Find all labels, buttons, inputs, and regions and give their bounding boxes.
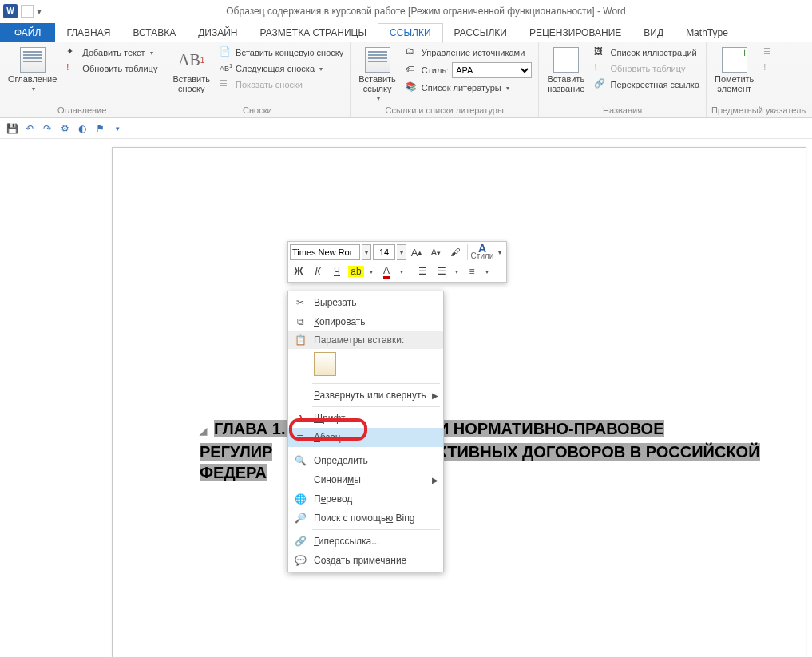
insert-endnote-button[interactable]: 📄 Вставить концевую сноску	[218, 46, 345, 60]
clipboard-icon: 📋	[293, 333, 307, 347]
ctx-cut-label: Вырезать	[314, 297, 356, 308]
font-color-button[interactable]: A	[378, 263, 395, 280]
font-color-dropdown[interactable]: ▾	[397, 263, 406, 279]
ctx-separator	[312, 449, 440, 449]
bibliography-button[interactable]: 📚 Список литературы ▾	[404, 81, 533, 95]
ctx-translate[interactable]: 🌐 Перевод	[288, 489, 443, 509]
manage-sources-button[interactable]: 🗂 Управление источниками	[404, 46, 533, 60]
add-text-button[interactable]: ✦ Добавить текст ▾	[65, 46, 159, 60]
heading-line2-b: КТИВНЫХ ДОГОВОРОВ В РОССИЙСКОЙ	[437, 443, 759, 461]
bullets-dropdown[interactable]: ▾	[452, 263, 461, 279]
next-footnote-icon: AB1	[220, 62, 232, 75]
numbering-dropdown[interactable]: ▾	[482, 263, 492, 279]
ctx-paragraph[interactable]: ≣ Абзац...	[288, 428, 443, 447]
blank-icon	[293, 473, 307, 487]
qat-blank-doc-icon[interactable]	[21, 5, 34, 18]
font-name-input[interactable]	[290, 244, 360, 260]
ctx-define[interactable]: 🔍 Определить	[288, 451, 443, 470]
qat-more-dropdown[interactable]: ▾	[110, 121, 125, 136]
ctx-new-comment[interactable]: 💬 Создать примечание	[288, 551, 443, 570]
index-update-icon: !	[763, 62, 776, 75]
font-name-dropdown[interactable]: ▾	[362, 244, 371, 260]
tab-mailings[interactable]: РАССЫЛКИ	[443, 24, 518, 42]
word-app-icon: W	[3, 4, 18, 18]
tab-insert[interactable]: ВСТАВКА	[121, 24, 187, 42]
tab-review[interactable]: РЕЦЕНЗИРОВАНИЕ	[518, 24, 632, 42]
paste-keep-source-icon[interactable]	[314, 352, 336, 376]
ctx-hyperlink[interactable]: 🔗 Гиперссылка...	[288, 532, 443, 551]
insert-caption-button[interactable]: Вставить название	[544, 46, 588, 95]
table-of-figures-button[interactable]: 🖼 Список иллюстраций	[592, 46, 701, 60]
contrast-button[interactable]: ◐	[75, 121, 89, 136]
settings-button[interactable]: ⚙	[57, 121, 72, 136]
insert-citation-button[interactable]: Вставить ссылку ▾	[355, 46, 399, 104]
table-of-contents-button[interactable]: Оглавление ▾	[5, 46, 60, 94]
update-figures-label: Обновить таблицу	[610, 64, 685, 73]
format-painter-button[interactable]: 🖌	[446, 243, 464, 261]
tab-view[interactable]: ВИД	[632, 24, 675, 42]
cross-ref-icon: 🔗	[594, 78, 607, 91]
bold-button[interactable]: Ж	[290, 263, 307, 280]
chevron-down-icon: ▾	[32, 85, 35, 93]
group-footnotes: AB1 Вставить сноску 📄 Вставить концевую …	[164, 42, 351, 117]
qat-customize-dropdown[interactable]: ▾	[35, 6, 43, 17]
tab-references[interactable]: ССЫЛКИ	[378, 23, 442, 43]
highlight-dropdown[interactable]: ▾	[366, 263, 376, 279]
ctx-translate-label: Перевод	[314, 493, 352, 505]
font-size-input[interactable]	[373, 244, 395, 260]
mark-entry-button[interactable]: + Пометить элемент	[711, 46, 757, 95]
styles-button[interactable]: A Стили	[471, 243, 493, 261]
ctx-cut[interactable]: ✂ Вырезать	[288, 293, 443, 312]
group-label-citations: Ссылки и списки литературы	[355, 104, 533, 117]
show-notes-button: ☰ Показать сноски	[218, 77, 345, 92]
chevron-down-icon: ▾	[377, 95, 380, 102]
tab-home[interactable]: ГЛАВНАЯ	[55, 24, 121, 42]
show-notes-icon: ☰	[220, 78, 232, 91]
ctx-search-bing[interactable]: 🔎 Поиск с помощью Bing	[288, 509, 443, 528]
ctx-expand-collapse[interactable]: Развернуть или свернуть ▶	[288, 386, 443, 405]
tab-design[interactable]: ДИЗАЙН	[187, 24, 248, 42]
ctx-synonyms-label: Синонимы	[314, 474, 361, 485]
figures-icon: 🖼	[594, 46, 607, 59]
manage-sources-icon: 🗂	[406, 46, 418, 59]
ctx-synonyms[interactable]: Синонимы ▶	[288, 470, 443, 489]
manage-sources-label: Управление источниками	[422, 48, 525, 57]
ctx-font[interactable]: A Шрифт...	[288, 409, 443, 428]
page[interactable]	[112, 147, 806, 657]
bing-icon: 🔎	[293, 511, 307, 525]
undo-button[interactable]: ↶	[22, 121, 37, 136]
update-icon: !	[66, 62, 79, 75]
insert-citation-label: Вставить ссылку	[358, 74, 396, 93]
underline-button[interactable]: Ч	[328, 263, 346, 280]
ctx-hyperlink-label: Гиперссылка...	[314, 536, 379, 547]
ctx-copy[interactable]: ⧉ Копировать	[288, 312, 443, 331]
next-footnote-button[interactable]: AB1 Следующая сноска ▾	[218, 61, 345, 76]
citation-style-select[interactable]: APA	[452, 62, 532, 78]
collapse-caret-icon[interactable]: ◢	[200, 425, 207, 437]
ctx-copy-label: Копировать	[314, 316, 366, 327]
ctx-search-bing-label: Поиск с помощью Bing	[314, 513, 415, 524]
numbering-button[interactable]: ≡	[463, 263, 481, 280]
styles-dropdown[interactable]: ▾	[495, 244, 505, 260]
decrease-indent-button[interactable]: ☰	[414, 263, 431, 280]
redo-button[interactable]: ↷	[40, 121, 54, 136]
save-button[interactable]: 💾	[5, 121, 19, 136]
ctx-new-comment-label: Создать примечание	[314, 555, 406, 566]
tab-page-layout[interactable]: РАЗМЕТКА СТРАНИЦЫ	[249, 24, 378, 42]
insert-footnote-button[interactable]: AB1 Вставить сноску	[169, 46, 213, 95]
highlight-button[interactable]: ab	[347, 263, 365, 280]
cross-reference-button[interactable]: 🔗 Перекрестная ссылка	[592, 77, 701, 92]
font-size-dropdown[interactable]: ▾	[397, 244, 406, 260]
tab-file[interactable]: ФАЙЛ	[0, 23, 55, 42]
flag-button[interactable]: ⚑	[93, 121, 107, 136]
ctx-separator	[312, 406, 440, 407]
shrink-font-button[interactable]: A▾	[427, 243, 445, 261]
title-bar: W ▾ Образец содержания в курсовой работе…	[0, 0, 812, 22]
update-figures-button: ! Обновить таблицу	[592, 61, 701, 76]
grow-font-button[interactable]: A▴	[408, 243, 426, 261]
tab-mathtype[interactable]: MathType	[675, 24, 739, 42]
update-toc-button[interactable]: ! Обновить таблицу	[65, 61, 159, 76]
increase-indent-button[interactable]: ☰	[433, 263, 450, 280]
insert-caption-label: Вставить название	[547, 74, 584, 93]
italic-button[interactable]: К	[309, 263, 327, 280]
